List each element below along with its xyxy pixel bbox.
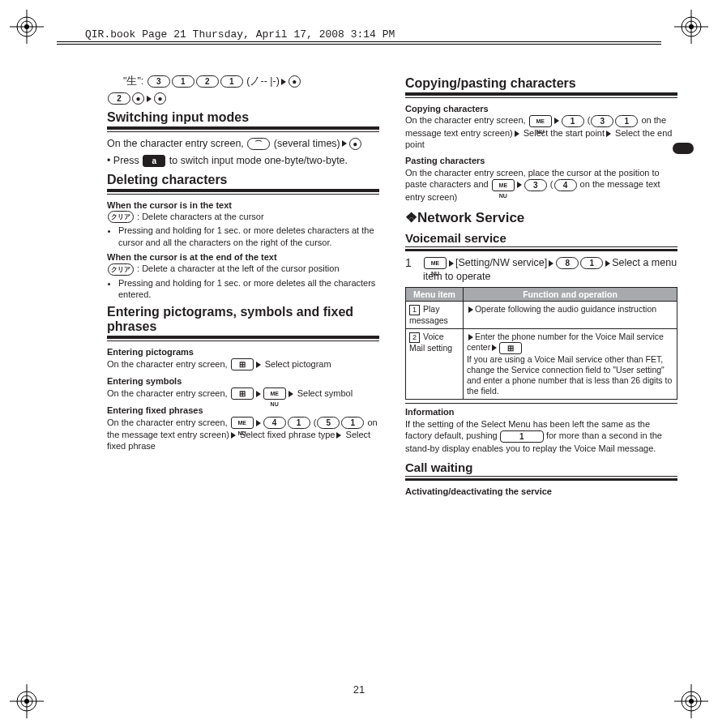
sub-heading: Entering symbols bbox=[107, 375, 379, 387]
section-title: Switching input modes bbox=[107, 110, 379, 130]
box-number-icon: 2 bbox=[409, 332, 420, 343]
clear-key-icon: クリア bbox=[108, 211, 134, 223]
menu-key-icon: MENU bbox=[529, 115, 552, 127]
arrow-icon bbox=[606, 131, 611, 137]
example-line: "生": 3121 (ノ-- |-)● bbox=[123, 75, 379, 88]
body-text: クリア : Delete a character at the left of … bbox=[107, 263, 379, 276]
example-paren: (ノ-- |-) bbox=[246, 75, 280, 87]
sub-heading: Entering pictograms bbox=[107, 346, 379, 358]
softkey-icon: ⊞ bbox=[231, 388, 254, 400]
arrow-icon bbox=[492, 345, 497, 351]
body-text: On the character entry screen, ⊞MENU Sel… bbox=[107, 388, 379, 400]
table-header: Menu item bbox=[406, 287, 464, 301]
arrow-icon bbox=[468, 334, 473, 340]
step: 1 MENU[Setting/NW service]81Select a men… bbox=[405, 256, 677, 284]
key-icon: 1 bbox=[615, 115, 638, 127]
step-number: 1 bbox=[405, 256, 415, 284]
body-text: On the character entry screen, ⊞ Select … bbox=[107, 358, 379, 371]
body-text: On the character entry screen, MENU1 (31… bbox=[405, 114, 677, 150]
menu-key-icon: MENU bbox=[263, 388, 286, 400]
key-icon: 3 bbox=[147, 75, 170, 88]
section-header: ❖Network Service bbox=[405, 209, 677, 226]
key-icon: 1 bbox=[562, 115, 584, 127]
header-rule bbox=[57, 44, 661, 45]
key-icon: a bbox=[143, 155, 165, 167]
info-body: If the setting of the Select Menu has be… bbox=[405, 418, 677, 454]
key-icon: 4 bbox=[554, 179, 577, 191]
key-icon: 2 bbox=[108, 92, 130, 105]
softkey-icon: ⌒ bbox=[247, 138, 270, 150]
subsection-title: Voicemail service bbox=[405, 231, 677, 247]
example-prefix: "生": bbox=[123, 75, 143, 87]
clear-key-icon: クリア bbox=[108, 263, 134, 276]
key-icon: 1 bbox=[580, 257, 603, 269]
key-icon: 1 bbox=[172, 75, 194, 88]
arrow-icon bbox=[147, 96, 152, 102]
body-text: On the character entry screen, place the… bbox=[405, 167, 677, 203]
arrow-icon bbox=[342, 140, 347, 147]
key-icon: 1 bbox=[341, 417, 364, 429]
menu-key-icon: MENU bbox=[231, 417, 254, 429]
softkey-icon: ⊞ bbox=[231, 358, 254, 370]
book-header: QIR.book Page 21 Thursday, April 17, 200… bbox=[85, 28, 395, 41]
right-column: Copying/pasting characters Copying chara… bbox=[405, 71, 677, 497]
key-icon: 1 bbox=[288, 417, 310, 429]
section-title: Deleting characters bbox=[107, 173, 379, 192]
section-title: Entering pictograms, symbols and fixed p… bbox=[107, 305, 379, 339]
arrow-icon bbox=[281, 79, 286, 85]
center-key-icon: ● bbox=[349, 138, 361, 150]
menu-key-icon: MENU bbox=[492, 179, 515, 191]
arrow-icon bbox=[605, 260, 610, 267]
menu-table: Menu item Function and operation 1Play m… bbox=[405, 287, 677, 400]
arrow-icon bbox=[549, 260, 553, 267]
page-number: 21 bbox=[0, 683, 718, 696]
sub-heading: Pasting characters bbox=[405, 155, 677, 166]
key-icon: 2 bbox=[196, 75, 219, 88]
key-icon: 3 bbox=[524, 179, 547, 191]
example-line2: 2●● bbox=[107, 92, 379, 105]
arrow-icon bbox=[336, 432, 341, 439]
wide-key-icon: 1 bbox=[500, 430, 544, 443]
sub-heading: Activating/deactivating the service bbox=[405, 486, 677, 497]
sub-heading: When the cursor is at the end of the tex… bbox=[107, 251, 379, 263]
table-header: Function and operation bbox=[463, 287, 677, 301]
left-column: "生": 3121 (ノ-- |-)● 2●● Switching input … bbox=[107, 71, 379, 497]
list-item: Pressing and holding for 1 sec. or more … bbox=[118, 225, 379, 248]
arrow-icon bbox=[231, 432, 236, 439]
arrow-icon bbox=[554, 118, 559, 124]
key-icon: 4 bbox=[263, 417, 286, 429]
body-text: On the character entry screen, MENU41 (5… bbox=[107, 417, 379, 452]
arrow-icon bbox=[517, 182, 522, 188]
arrow-icon bbox=[256, 420, 261, 426]
subsection-title: Call waiting bbox=[405, 460, 677, 477]
center-key-icon: ● bbox=[154, 92, 166, 105]
registration-mark-icon bbox=[10, 10, 44, 44]
menu-key-icon: MENU bbox=[424, 257, 447, 269]
body-bullet: • Press a to switch input mode one-byte/… bbox=[107, 154, 379, 168]
arrow-icon bbox=[515, 131, 519, 137]
softkey-icon: ⊞ bbox=[499, 342, 522, 354]
arrow-icon bbox=[449, 260, 454, 267]
key-icon: 1 bbox=[220, 75, 243, 88]
header-rule bbox=[57, 41, 661, 42]
center-key-icon: ● bbox=[132, 92, 144, 105]
key-icon: 3 bbox=[591, 115, 613, 127]
box-number-icon: 1 bbox=[409, 305, 420, 315]
sub-heading: When the cursor is in the text bbox=[107, 199, 379, 211]
body-text: クリア : Delete characters at the cursor bbox=[107, 211, 379, 224]
arrow-icon bbox=[468, 306, 473, 313]
arrow-icon bbox=[256, 362, 261, 368]
arrow-icon bbox=[256, 391, 261, 397]
table-row: 2Voice Mail setting Enter the phone numb… bbox=[406, 328, 677, 400]
sub-heading: Entering fixed phrases bbox=[107, 405, 379, 416]
key-icon: 5 bbox=[317, 417, 340, 429]
registration-mark-icon bbox=[674, 10, 708, 44]
arrow-icon bbox=[288, 391, 293, 397]
key-icon: 8 bbox=[556, 257, 579, 269]
section-title: Copying/pasting characters bbox=[405, 76, 677, 96]
center-key-icon: ● bbox=[288, 75, 301, 88]
info-heading: Information bbox=[405, 403, 677, 418]
sub-heading: Copying characters bbox=[405, 103, 677, 114]
table-row: 1Play messages Operate following the aud… bbox=[406, 301, 677, 328]
list-item: Pressing and holding for 1 sec. or more … bbox=[118, 277, 379, 301]
